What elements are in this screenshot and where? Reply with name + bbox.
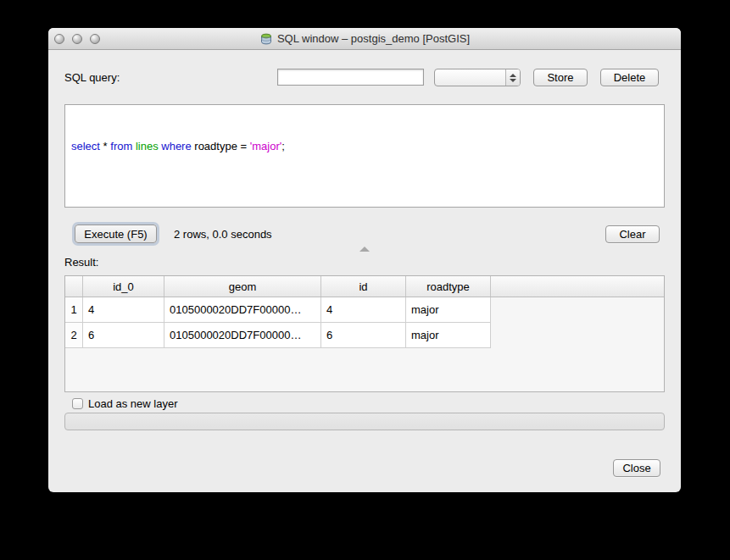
sql-token: lines <box>136 140 159 152</box>
header-filler <box>491 276 664 297</box>
row-number-cell: 2 <box>65 323 83 348</box>
sql-token: from <box>110 140 132 152</box>
sql-token: 'major' <box>250 140 281 152</box>
row-filler <box>491 297 664 323</box>
sql-token: ; <box>281 140 285 152</box>
splitter-arrow-icon[interactable] <box>359 247 370 252</box>
row-filler <box>491 323 664 348</box>
cell-geom[interactable]: 0105000020DD7F00000… <box>164 297 321 323</box>
zoom-window-button[interactable] <box>90 34 100 44</box>
clear-button[interactable]: Clear <box>605 225 660 243</box>
result-table-header: id_0 geom id roadtype <box>65 276 664 297</box>
cell-id[interactable]: 4 <box>321 297 406 323</box>
execute-button[interactable]: Execute (F5) <box>75 225 157 243</box>
column-header-roadtype[interactable]: roadtype <box>406 276 491 297</box>
result-label: Result: <box>64 256 98 269</box>
sql-text-line: select * from lines where roadtype = 'ma… <box>71 139 658 153</box>
postgis-db-icon <box>259 32 273 46</box>
load-as-new-layer-label: Load as new layer <box>88 397 178 410</box>
sql-token: roadtype = <box>192 140 250 152</box>
traffic-lights <box>54 34 100 44</box>
load-as-new-layer-checkbox[interactable] <box>72 398 83 409</box>
cell-roadtype[interactable]: major <box>406 323 491 348</box>
close-window-button[interactable] <box>54 34 64 44</box>
column-header-geom[interactable]: geom <box>164 276 321 297</box>
result-table: id_0 geom id roadtype 1 4 0105000020DD7F… <box>64 275 665 392</box>
combo-stepper-icon <box>505 69 520 86</box>
store-button[interactable]: Store <box>533 69 588 86</box>
title-bar[interactable]: SQL window – postgis_demo [PostGIS] <box>48 28 681 50</box>
cell-roadtype[interactable]: major <box>406 297 491 323</box>
cell-id0[interactable]: 6 <box>83 323 164 348</box>
table-row[interactable]: 1 4 0105000020DD7F00000… 4 major <box>65 297 664 323</box>
query-name-input[interactable] <box>277 69 424 86</box>
column-header-id0[interactable]: id_0 <box>83 276 164 297</box>
sql-window: SQL window – postgis_demo [PostGIS] SQL … <box>48 28 681 492</box>
row-number-cell: 1 <box>65 297 83 323</box>
new-layer-name-input <box>64 413 665 430</box>
column-header-id[interactable]: id <box>321 276 406 297</box>
cell-id[interactable]: 6 <box>321 323 406 348</box>
load-layer-row: Load as new layer <box>72 397 178 410</box>
row-number-header[interactable] <box>65 276 83 297</box>
sql-token: where <box>161 140 191 152</box>
sql-token: select <box>71 140 100 152</box>
minimize-window-button[interactable] <box>72 34 82 44</box>
stored-query-select[interactable] <box>434 69 521 86</box>
sql-token: * <box>100 140 110 152</box>
window-title: SQL window – postgis_demo [PostGIS] <box>277 32 470 45</box>
sql-query-label: SQL query: <box>64 71 120 84</box>
close-button[interactable]: Close <box>613 459 660 477</box>
query-status-text: 2 rows, 0.0 seconds <box>174 228 272 241</box>
title-wrap: SQL window – postgis_demo [PostGIS] <box>259 32 470 46</box>
delete-button[interactable]: Delete <box>600 69 659 86</box>
table-row[interactable]: 2 6 0105000020DD7F00000… 6 major <box>65 323 664 348</box>
cell-id0[interactable]: 4 <box>83 297 164 323</box>
cell-geom[interactable]: 0105000020DD7F00000… <box>164 323 321 348</box>
sql-editor[interactable]: select * from lines where roadtype = 'ma… <box>64 104 665 208</box>
